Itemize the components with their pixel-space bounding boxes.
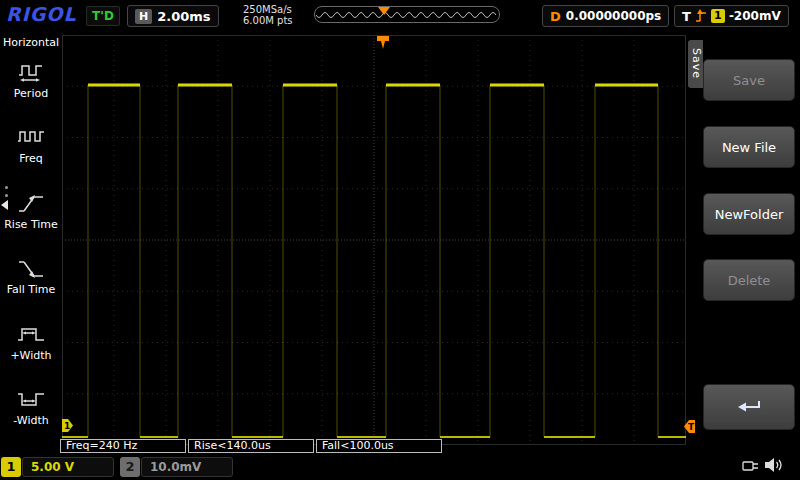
channel1-offset-marker-icon[interactable]: 1 xyxy=(62,419,73,432)
left-menu-title: Horizontal xyxy=(0,36,62,49)
sidebar-item-plus-width[interactable]: +Width xyxy=(0,318,62,362)
measurement-fall: Fall<100.0us xyxy=(316,439,442,453)
sidebar-item-rise-time[interactable]: Rise Time xyxy=(0,187,62,231)
trigger-label: T xyxy=(682,9,691,24)
new-folder-button[interactable]: NewFolder xyxy=(703,193,795,235)
trigger-level-marker-icon[interactable]: T xyxy=(684,420,695,433)
channel2-scale[interactable]: 10.0mV xyxy=(141,457,233,477)
freq-icon xyxy=(0,121,62,153)
sidebar-item-label: +Width xyxy=(0,350,62,362)
measurement-freq: Freq=240 Hz xyxy=(60,439,186,453)
svg-text:T: T xyxy=(688,422,695,432)
minus-width-icon xyxy=(0,383,62,415)
delay-value: 0.00000000ps xyxy=(566,9,661,23)
channel2-badge[interactable]: 2 xyxy=(120,457,140,477)
strip-trigger-position-icon xyxy=(378,7,390,15)
trigger-source-badge: 1 xyxy=(711,9,725,23)
fall-time-icon xyxy=(0,252,62,284)
sidebar-item-label: Period xyxy=(0,88,62,100)
acquisition-info: 250MSa/s 6.00M pts xyxy=(243,4,293,26)
sidebar-item-label: Rise Time xyxy=(0,219,62,231)
period-icon xyxy=(0,56,62,88)
horizontal-timebase-display[interactable]: H 2.00ms xyxy=(127,5,219,27)
graticule xyxy=(62,35,686,445)
svg-text:1: 1 xyxy=(64,421,70,431)
rise-time-icon xyxy=(0,187,62,219)
trigger-position-marker-icon[interactable] xyxy=(377,36,389,50)
save-button[interactable]: Save xyxy=(703,59,795,101)
usb-icon xyxy=(742,459,760,473)
delay-label: D xyxy=(550,9,561,24)
return-arrow-icon xyxy=(731,397,767,417)
trigger-level-value: -200mV xyxy=(729,9,781,23)
sidebar-item-fall-time[interactable]: Fall Time xyxy=(0,252,62,296)
channel1-scale[interactable]: 5.00 V xyxy=(22,457,114,477)
delete-button[interactable]: Delete xyxy=(703,259,795,301)
rigol-logo: RIGOL xyxy=(6,3,77,25)
plus-width-icon xyxy=(0,318,62,350)
sample-rate: 250MSa/s xyxy=(243,4,293,15)
trigger-display[interactable]: T 1 -200mV xyxy=(674,5,789,27)
menu-tab-save: Save xyxy=(688,40,703,88)
sidebar-item-period[interactable]: Period xyxy=(0,56,62,100)
sidebar-item-minus-width[interactable]: -Width xyxy=(0,383,62,427)
sidebar-item-label: -Width xyxy=(0,415,62,427)
oscilloscope-screen: RIGOL T'D H 2.00ms 250MSa/s 6.00M pts D … xyxy=(0,0,800,480)
measurement-rise: Rise<140.0us xyxy=(188,439,314,453)
trigger-status-badge: T'D xyxy=(86,6,120,26)
memory-waveform-preview xyxy=(315,7,499,22)
channel1-badge[interactable]: 1 xyxy=(1,457,21,477)
sidebar-item-freq[interactable]: Freq xyxy=(0,121,62,165)
memory-depth: 6.00M pts xyxy=(243,15,293,26)
memory-position-strip[interactable] xyxy=(314,6,500,23)
delay-display[interactable]: D 0.00000000ps xyxy=(542,5,669,27)
h-label: H xyxy=(135,9,152,24)
sidebar-item-label: Freq xyxy=(0,153,62,165)
rising-edge-icon xyxy=(695,8,707,24)
sidebar-item-label: Fall Time xyxy=(0,284,62,296)
new-file-button[interactable]: New File xyxy=(703,126,795,168)
return-button[interactable] xyxy=(703,384,795,430)
menu-page-indicator-icon[interactable] xyxy=(1,200,8,210)
timebase-value: 2.00ms xyxy=(157,9,210,24)
speaker-icon xyxy=(764,456,784,474)
